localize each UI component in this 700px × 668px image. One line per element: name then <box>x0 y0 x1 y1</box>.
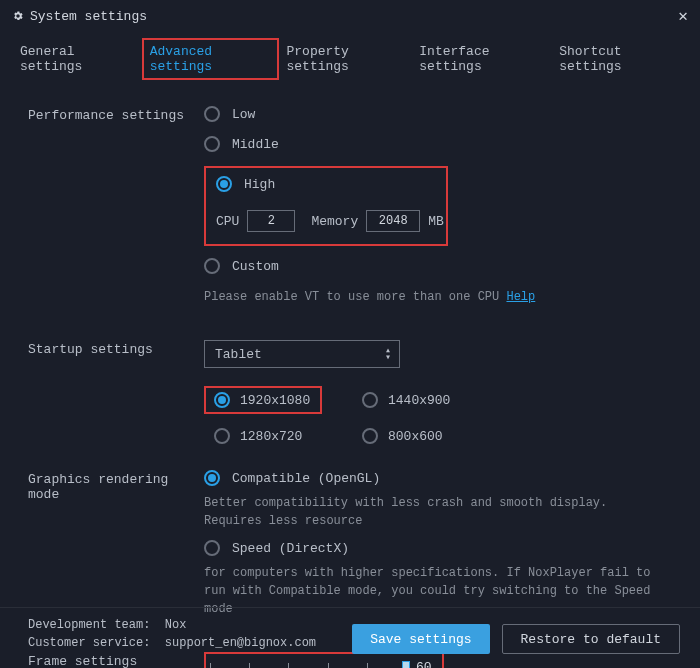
titlebar: System settings ✕ <box>0 0 700 32</box>
section-performance: Performance settings Low Middle High CPU <box>28 106 672 316</box>
radio-middle-label: Middle <box>232 137 279 152</box>
tabs: General settings Advanced settings Prope… <box>0 38 700 86</box>
radio-res-800[interactable] <box>362 428 378 444</box>
cpu-input[interactable] <box>247 210 295 232</box>
gear-icon <box>12 10 24 22</box>
memory-label: Memory <box>311 214 358 229</box>
graphics-label: Graphics rendering mode <box>28 470 204 502</box>
dev-team-label: Development team <box>28 618 150 632</box>
compatible-desc: Better compatibility with less crash and… <box>204 494 644 530</box>
section-startup: Startup settings Tablet ▴▾ 1920x1080 144… <box>28 340 672 446</box>
res-800-label: 800x600 <box>388 429 443 444</box>
chevron-updown-icon: ▴▾ <box>385 347 391 361</box>
radio-custom[interactable] <box>204 258 220 274</box>
radio-low[interactable] <box>204 106 220 122</box>
footer: Development team Nox Customer service su… <box>0 607 700 668</box>
memory-unit: MB <box>428 214 444 229</box>
cpu-label: CPU <box>216 214 239 229</box>
window-title: System settings <box>30 9 147 24</box>
tab-shortcut[interactable]: Shortcut settings <box>555 38 684 80</box>
res-1280-label: 1280x720 <box>240 429 302 444</box>
compatible-label: Compatible (OpenGL) <box>232 471 380 486</box>
radio-res-1440[interactable] <box>362 392 378 408</box>
radio-custom-label: Custom <box>232 259 279 274</box>
performance-high-highlight: High CPU Memory MB <box>204 166 448 246</box>
radio-high[interactable] <box>216 176 232 192</box>
performance-label: Performance settings <box>28 106 204 123</box>
radio-high-label: High <box>244 177 275 192</box>
restore-button[interactable]: Restore to default <box>502 624 680 654</box>
memory-input[interactable] <box>366 210 420 232</box>
vt-helper: Please enable VT to use more than one CP… <box>204 288 672 306</box>
customer-service-value: support_en@bignox.com <box>165 636 316 650</box>
radio-res-1280[interactable] <box>214 428 230 444</box>
tab-interface[interactable]: Interface settings <box>415 38 551 80</box>
help-link[interactable]: Help <box>506 290 535 304</box>
tab-property[interactable]: Property settings <box>283 38 412 80</box>
radio-res-1920[interactable] <box>214 392 230 408</box>
radio-middle[interactable] <box>204 136 220 152</box>
res-1440-label: 1440x900 <box>388 393 450 408</box>
radio-low-label: Low <box>232 107 255 122</box>
footer-info: Development team Nox Customer service su… <box>28 618 340 654</box>
radio-compatible[interactable] <box>204 470 220 486</box>
tab-general[interactable]: General settings <box>16 38 138 80</box>
startup-select-value: Tablet <box>215 347 262 362</box>
dev-team-value: Nox <box>165 618 187 632</box>
customer-service-label: Customer service <box>28 636 150 650</box>
res-1920-label: 1920x1080 <box>240 393 310 408</box>
speed-label: Speed (DirectX) <box>232 541 349 556</box>
radio-speed[interactable] <box>204 540 220 556</box>
section-graphics: Graphics rendering mode Compatible (Open… <box>28 470 672 628</box>
startup-select[interactable]: Tablet ▴▾ <box>204 340 400 368</box>
startup-label: Startup settings <box>28 340 204 357</box>
content: Performance settings Low Middle High CPU <box>0 86 700 668</box>
tab-advanced[interactable]: Advanced settings <box>142 38 279 80</box>
save-button[interactable]: Save settings <box>352 624 489 654</box>
close-icon[interactable]: ✕ <box>678 6 688 26</box>
